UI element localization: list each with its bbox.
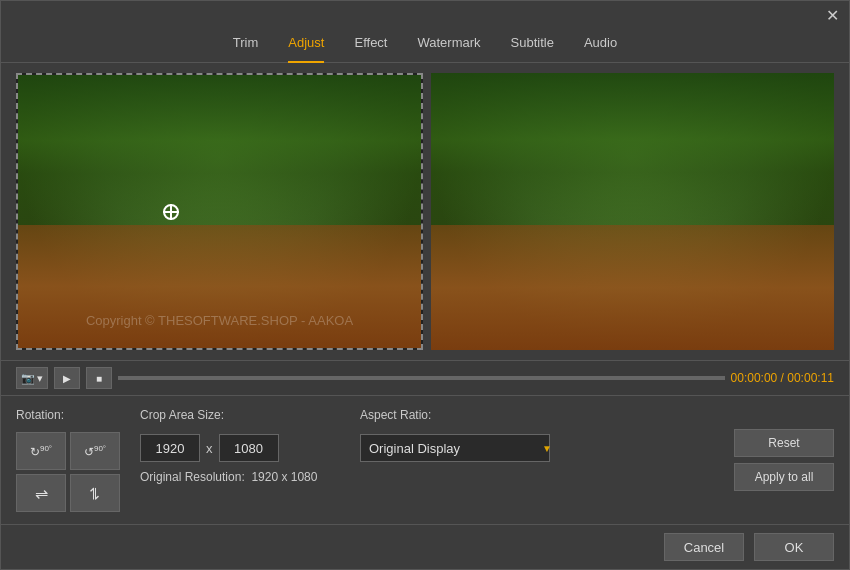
tab-bar: Trim Adjust Effect Watermark Subtitle Au… [1, 31, 849, 63]
rotate-ccw-button[interactable]: ↺90° [70, 432, 120, 470]
crop-height-input[interactable] [219, 434, 279, 462]
stop-button[interactable]: ■ [86, 367, 112, 389]
camera-icon: 📷 [21, 372, 35, 385]
tab-audio[interactable]: Audio [584, 31, 617, 54]
progress-track[interactable] [118, 376, 725, 380]
tab-watermark[interactable]: Watermark [417, 31, 480, 54]
crop-width-input[interactable] [140, 434, 200, 462]
flip-v-icon: ⇌ [86, 487, 105, 500]
aspect-group: Aspect Ratio: Original Display 16:9 4:3 … [360, 408, 560, 512]
dirt-right [431, 225, 834, 350]
video-frame-right [431, 73, 834, 350]
tab-effect[interactable]: Effect [354, 31, 387, 54]
tab-trim[interactable]: Trim [233, 31, 259, 54]
footer: Cancel OK [1, 524, 849, 569]
orig-res-value: 1920 x 1080 [251, 470, 317, 484]
foliage-left [18, 75, 421, 239]
crop-separator: x [206, 441, 213, 456]
video-frame-left: Copyright © THESOFTWARE.SHOP - AAKOA [18, 75, 421, 348]
crosshair-circle [163, 204, 179, 220]
action-group: Reset Apply to all [734, 408, 834, 512]
reset-button[interactable]: Reset [734, 429, 834, 457]
ok-button[interactable]: OK [754, 533, 834, 561]
flip-h-icon: ⇌ [35, 484, 48, 503]
apply-all-button[interactable]: Apply to all [734, 463, 834, 491]
crop-size-row: x [140, 434, 340, 462]
rotation-label: Rotation: [16, 408, 120, 422]
tab-adjust[interactable]: Adjust [288, 31, 324, 54]
preview-left: Copyright © THESOFTWARE.SHOP - AAKOA [16, 73, 423, 350]
crop-group: Crop Area Size: x Original Resolution: 1… [140, 408, 340, 512]
title-bar: ✕ [1, 1, 849, 31]
dirt-left [18, 225, 421, 348]
rotate-cw-icon: ↻90° [30, 444, 52, 459]
crop-label: Crop Area Size: [140, 408, 340, 422]
flip-vertical-button[interactable]: ⇌ [70, 474, 120, 512]
camera-dropdown-arrow: ▾ [37, 372, 43, 385]
original-resolution: Original Resolution: 1920 x 1080 [140, 470, 340, 484]
preview-right [431, 73, 834, 350]
playback-bar: 📷 ▾ ▶ ■ 00:00:00 / 00:00:11 [1, 360, 849, 396]
tab-subtitle[interactable]: Subtitle [511, 31, 554, 54]
play-button[interactable]: ▶ [54, 367, 80, 389]
dialog: ✕ Trim Adjust Effect Watermark Subtitle … [0, 0, 850, 570]
preview-area: Copyright © THESOFTWARE.SHOP - AAKOA [1, 63, 849, 360]
flip-horizontal-button[interactable]: ⇌ [16, 474, 66, 512]
time-display: 00:00:00 / 00:00:11 [731, 371, 834, 385]
camera-button[interactable]: 📷 ▾ [16, 367, 48, 389]
orig-res-label: Original Resolution: [140, 470, 245, 484]
foliage-right [431, 73, 834, 239]
rotate-cw-button[interactable]: ↻90° [16, 432, 66, 470]
cancel-button[interactable]: Cancel [664, 533, 744, 561]
rotation-buttons: ↻90° ↺90° ⇌ ⇌ [16, 432, 120, 512]
aspect-select-wrapper: Original Display 16:9 4:3 1:1 9:16 ▼ [360, 434, 560, 462]
aspect-select[interactable]: Original Display 16:9 4:3 1:1 9:16 [360, 434, 550, 462]
controls-area: Rotation: ↻90° ↺90° ⇌ ⇌ Crop Area Size: [1, 396, 849, 524]
close-button[interactable]: ✕ [826, 8, 839, 24]
aspect-label: Aspect Ratio: [360, 408, 560, 422]
rotation-group: Rotation: ↻90° ↺90° ⇌ ⇌ [16, 408, 120, 512]
rotate-ccw-icon: ↺90° [84, 444, 106, 459]
